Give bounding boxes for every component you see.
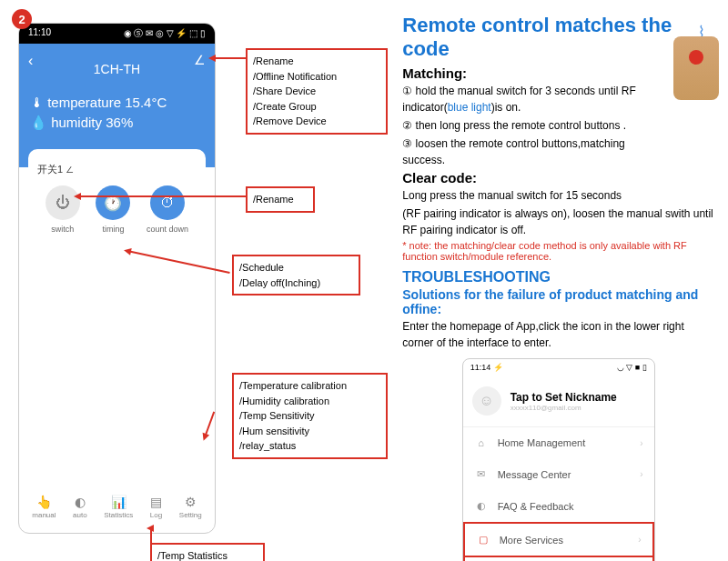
profile-row[interactable]: ☺ Tap to Set Nickname xxxxx110@gmail.com [463, 376, 654, 427]
temp-label: temperature [47, 95, 121, 110]
step-3: ③ loosen the remote control buttons,matc… [402, 135, 714, 168]
troubleshooting-sub: Solutions for the failure of product mat… [402, 287, 714, 316]
note: * note: the matching/clear code method i… [402, 240, 714, 262]
timer-icon: ⏱ [150, 185, 185, 220]
chevron-right-icon: › [640, 469, 642, 479]
clear-heading: Clear code: [402, 170, 714, 185]
switch-name[interactable]: 开关1 ∠ [37, 163, 197, 176]
message-icon: ✉ [474, 468, 489, 480]
tab-log[interactable]: ▤Log [150, 495, 162, 519]
countdown-label: count down [147, 225, 188, 234]
chevron-right-icon: › [638, 535, 641, 545]
bookmark-icon: ▢ [476, 534, 490, 546]
bottom-tabs: 👆manual ◐auto 📊Statistics ▤Log ⚙Setting [19, 495, 215, 519]
clear-text-2: (RF pairing indicator is always on), loo… [402, 205, 714, 238]
humidity-value: 36% [106, 115, 133, 130]
callout-timing: /Schedule /Delay off(Inching) [232, 255, 360, 296]
auto-icon: ◐ [75, 495, 86, 509]
callout-rename: /Rename [246, 186, 315, 213]
tab-manual[interactable]: 👆manual [32, 495, 56, 519]
chevron-right-icon: › [640, 438, 642, 448]
remote-image [673, 36, 719, 100]
troubleshooting-heading: TROUBLESHOOTING [402, 269, 714, 286]
arrow [212, 57, 246, 59]
stats-icon: 📊 [111, 495, 126, 509]
tab-setting[interactable]: ⚙Setting [179, 495, 202, 519]
step-1: ① hold the manual switch for 3 seconds u… [402, 83, 714, 115]
callout-stats: /Temp Statistics /Hum Statistics [150, 543, 265, 561]
timing-label: timing [102, 225, 124, 234]
arrow [77, 195, 246, 197]
step-2: ② then long press the remote control but… [402, 117, 714, 134]
callout-edit-menu: /Rename /Offline Notification /Share Dev… [246, 48, 388, 135]
item-settings[interactable]: ⚙Settings [463, 557, 654, 561]
time: 11:10 [28, 27, 51, 40]
arrow [150, 527, 152, 543]
avatar-icon: ☺ [472, 386, 501, 416]
status-icons: ◉ ⓢ ✉ ◎ ▽ ⚡ ⬚ ▯ [124, 27, 206, 40]
power-icon: ⏻ [46, 185, 80, 220]
main-title: Remote control matches the code [402, 14, 714, 61]
item-faq[interactable]: ◐FAQ & Feedback [463, 490, 654, 522]
device-title: 1CH-TH [30, 62, 204, 76]
status-bar: 11:10 ◉ ⓢ ✉ ◎ ▽ ⚡ ⬚ ▯ [19, 24, 215, 44]
clock-icon: 🕐 [96, 185, 130, 220]
step-badge: 2 [12, 9, 32, 29]
home-icon: ⌂ [474, 437, 489, 448]
control-panel: 开关1 ∠ ⏻ switch 🕐 timing ⏱ count down [28, 149, 206, 247]
item-msg-center[interactable]: ✉Message Center› [463, 458, 654, 490]
hand-icon: 👆 [36, 495, 52, 509]
tab-statistics[interactable]: 📊Statistics [104, 495, 133, 519]
troubleshooting-text: Enter the homepage of App,click the icon… [402, 318, 714, 351]
clear-text-1: Long press the manual switch for 15 seco… [402, 187, 714, 204]
phone-screenshot: 11:10 ◉ ⓢ ✉ ◎ ▽ ⚡ ⬚ ▯ ‹ ∠ 1CH-TH 🌡 tempe… [18, 23, 216, 534]
switch-label: switch [51, 225, 74, 234]
email: xxxxx110@gmail.com [511, 404, 617, 412]
humidity-row: 💧 humidity 36% [30, 115, 204, 131]
gear-icon: ⚙ [185, 495, 197, 509]
back-icon[interactable]: ‹ [28, 53, 33, 69]
item-home-mgmt[interactable]: ⌂Home Management› [463, 427, 654, 458]
temperature-row: 🌡 temperature 15.4°C [30, 95, 204, 110]
tab-auto[interactable]: ◐auto [73, 495, 87, 519]
faq-icon: ◐ [474, 500, 489, 512]
matching-heading: Matching: [402, 65, 714, 81]
temp-value: 15.4°C [125, 95, 167, 110]
item-more-services[interactable]: ▢More Services› [463, 522, 654, 557]
nickname: Tap to Set Nickname [511, 391, 617, 404]
humidity-label: humidity [51, 115, 102, 130]
log-icon: ▤ [150, 495, 162, 509]
callout-setting: /Temperature calibration /Humidity calib… [232, 373, 388, 459]
timing-button[interactable]: 🕐 timing [96, 185, 130, 234]
phone2-screenshot: 11:14 ⚡◡ ▽ ■ ▯ ☺ Tap to Set Nickname xxx… [462, 358, 655, 561]
phone2-status: 11:14 ⚡◡ ▽ ■ ▯ [463, 359, 654, 376]
countdown-button[interactable]: ⏱ count down [147, 185, 188, 234]
